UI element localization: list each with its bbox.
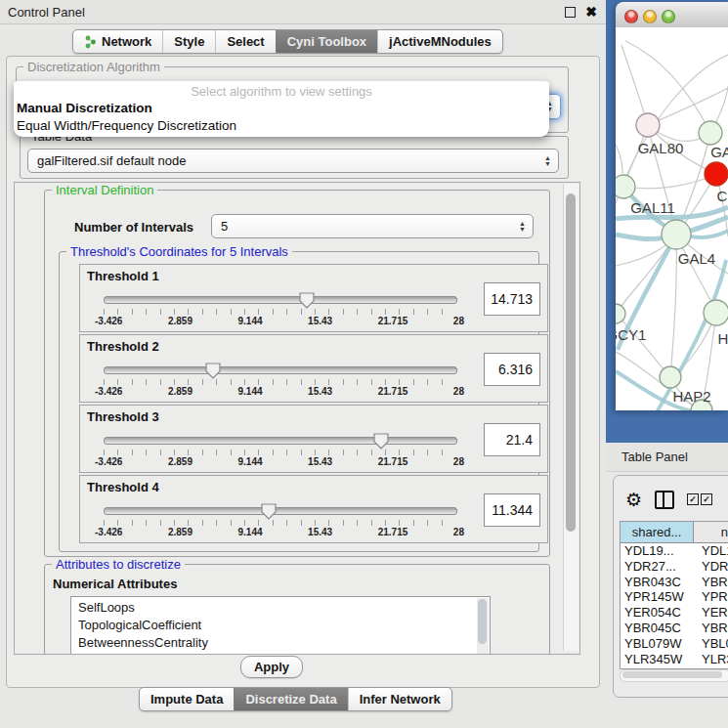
node-attribute-table[interactable]: shared... n YDL19...YDL1YDR27...YDR2YBR0… bbox=[620, 521, 728, 669]
apply-button[interactable]: Apply bbox=[240, 656, 303, 678]
node-label-h: H bbox=[718, 330, 728, 347]
network-edge[interactable] bbox=[621, 45, 648, 125]
network-node-gal11[interactable] bbox=[616, 175, 635, 198]
close-light[interactable] bbox=[624, 10, 638, 23]
table-row[interactable]: YER054CYER0 bbox=[621, 605, 728, 621]
threshold-value-field[interactable]: 6.316 bbox=[484, 353, 540, 386]
threshold-panel: Threshold 3 -3.4262.8599.14415.4321.7152… bbox=[79, 405, 548, 473]
table-row[interactable]: YBR045CYBR0 bbox=[621, 621, 728, 636]
network-canvas[interactable]: GAL80GACGAL11GAL4GCY1HHAP2 bbox=[616, 27, 728, 410]
tick-label: 9.144 bbox=[238, 527, 263, 537]
column-header[interactable]: shared... bbox=[621, 522, 694, 542]
threshold-slider[interactable]: -3.4262.8599.14415.4321.71528 bbox=[104, 437, 455, 466]
algorithm-dropdown-popup: Select algorithm to view settings Manual… bbox=[14, 81, 549, 137]
tab-network[interactable]: Network bbox=[73, 30, 162, 53]
minimize-light[interactable] bbox=[643, 10, 657, 23]
slider-track[interactable] bbox=[104, 296, 457, 304]
cell-shared-name[interactable]: YDL19... bbox=[621, 543, 697, 559]
network-window-titlebar[interactable] bbox=[616, 2, 728, 28]
cell-name[interactable]: YPR1 bbox=[697, 589, 728, 605]
tab-cyni-toolbox[interactable]: Cyni Toolbox bbox=[276, 30, 377, 53]
vertical-scrollbar[interactable] bbox=[563, 184, 578, 651]
tab-label: Network bbox=[102, 34, 151, 49]
table-row[interactable]: YPR145WYPR1 bbox=[621, 589, 728, 605]
cell-shared-name[interactable]: YBR045C bbox=[621, 621, 697, 636]
cell-shared-name[interactable]: YBL079W bbox=[621, 636, 697, 652]
tab-jactivemnodules[interactable]: jActiveMNodules bbox=[377, 30, 502, 53]
scrollbar-thumb[interactable] bbox=[622, 671, 722, 678]
threshold-slider[interactable]: -3.4262.8599.14415.4321.71528 bbox=[104, 296, 455, 325]
network-edge[interactable] bbox=[670, 235, 676, 377]
slider-track[interactable] bbox=[104, 507, 457, 515]
scrollbar-thumb[interactable] bbox=[566, 193, 576, 532]
threshold-slider[interactable]: -3.4262.8599.14415.4321.71528 bbox=[104, 507, 455, 536]
zoom-light[interactable] bbox=[662, 10, 675, 23]
close-icon[interactable]: ✖ bbox=[584, 5, 598, 19]
slider-thumb[interactable] bbox=[373, 433, 389, 450]
tab-select[interactable]: Select bbox=[215, 30, 275, 53]
table-row[interactable]: YDR27...YDR2 bbox=[621, 559, 728, 575]
numerical-attributes-list[interactable]: SelfLoopsTopologicalCoefficientBetweenne… bbox=[70, 596, 491, 655]
cell-name[interactable]: YDR2 bbox=[697, 559, 728, 575]
threshold-value-field[interactable]: 21.4 bbox=[484, 423, 540, 456]
attribute-item-betweennesscentrality[interactable]: BetweennessCentrality bbox=[71, 634, 490, 652]
threshold-value-field[interactable]: 14.713 bbox=[484, 282, 540, 316]
tab-label: Cyni Toolbox bbox=[287, 34, 366, 49]
column-header[interactable]: n bbox=[694, 522, 728, 542]
horizontal-scrollbar[interactable] bbox=[620, 669, 728, 682]
cell-name[interactable]: YLR3 bbox=[697, 652, 728, 667]
cell-shared-name[interactable]: YPR145W bbox=[621, 589, 697, 605]
cell-name[interactable]: YER0 bbox=[697, 605, 728, 621]
attribute-item-topologicalcoefficient[interactable]: TopologicalCoefficient bbox=[71, 617, 490, 634]
table-header[interactable]: shared... n bbox=[621, 522, 728, 543]
tab-discretize-data[interactable]: Discretize Data bbox=[234, 688, 347, 710]
network-node-c[interactable] bbox=[705, 162, 728, 186]
checkbox-icon[interactable]: ✓ bbox=[701, 493, 712, 505]
list-scrollbar[interactable] bbox=[477, 598, 489, 655]
threshold-slider[interactable]: -3.4262.8599.14415.4321.71528 bbox=[104, 366, 455, 396]
float-window-icon[interactable] bbox=[563, 5, 577, 19]
network-edge[interactable] bbox=[648, 88, 728, 125]
network-node-h[interactable] bbox=[704, 300, 728, 325]
tab-impute-data[interactable]: Impute Data bbox=[140, 688, 234, 710]
split-columns-icon[interactable] bbox=[655, 491, 674, 509]
table-data-combobox[interactable]: galFiltered.sif default node ▲▼ bbox=[27, 149, 559, 173]
network-edge[interactable] bbox=[616, 314, 670, 377]
slider-track[interactable] bbox=[104, 437, 457, 445]
slider-thumb[interactable] bbox=[261, 503, 277, 520]
network-window[interactable]: GAL80GACGAL11GAL4GCY1HHAP2 bbox=[616, 2, 728, 410]
gear-icon[interactable]: ⚙ bbox=[625, 491, 642, 509]
network-node-hap2[interactable] bbox=[660, 366, 681, 388]
tab-style[interactable]: Style bbox=[162, 30, 215, 53]
slider-track[interactable] bbox=[104, 366, 457, 374]
network-node-gal4[interactable] bbox=[662, 220, 691, 249]
slider-thumb[interactable] bbox=[299, 292, 315, 309]
table-row[interactable]: YLR345WYLR3 bbox=[621, 652, 728, 667]
checkbox-icon[interactable]: ✓ bbox=[687, 493, 699, 505]
network-node-ga[interactable] bbox=[699, 121, 722, 145]
network-node-gcy1[interactable] bbox=[616, 304, 625, 323]
num-intervals-combobox[interactable]: 5 ▲▼ bbox=[211, 214, 534, 238]
table-row[interactable]: YDL19...YDL1 bbox=[621, 543, 728, 559]
attribute-item-selfloops[interactable]: SelfLoops bbox=[71, 599, 490, 617]
threshold-value-field[interactable]: 11.344 bbox=[484, 493, 540, 527]
table-toolbar: ⚙ ✓ ✓ bbox=[614, 482, 728, 517]
dropdown-option-manual-discretization[interactable]: Manual Discretization bbox=[14, 100, 549, 117]
network-node-gal80[interactable] bbox=[636, 113, 660, 137]
cell-name[interactable]: YBR0 bbox=[697, 575, 728, 590]
dropdown-option-equal-width-frequency-discretization[interactable]: Equal Width/Frequency Discretization bbox=[14, 117, 549, 135]
table-row[interactable]: YBL079WYBL0 bbox=[621, 636, 728, 652]
cell-shared-name[interactable]: YER054C bbox=[621, 605, 697, 621]
cell-name[interactable]: YDL1 bbox=[697, 543, 728, 559]
cell-shared-name[interactable]: YBR043C bbox=[621, 575, 697, 590]
node-label-gal11: GAL11 bbox=[630, 199, 675, 216]
cell-name[interactable]: YBR0 bbox=[697, 621, 728, 636]
group-title: Attributes to discretize bbox=[52, 557, 185, 572]
network-edge[interactable] bbox=[623, 174, 716, 189]
table-row[interactable]: YBR043CYBR0 bbox=[621, 575, 728, 590]
cell-shared-name[interactable]: YDR27... bbox=[621, 559, 697, 575]
tab-infer-network[interactable]: Infer Network bbox=[348, 688, 451, 710]
cell-name[interactable]: YBL0 bbox=[697, 636, 728, 652]
slider-thumb[interactable] bbox=[205, 363, 221, 379]
cell-shared-name[interactable]: YLR345W bbox=[621, 652, 697, 667]
